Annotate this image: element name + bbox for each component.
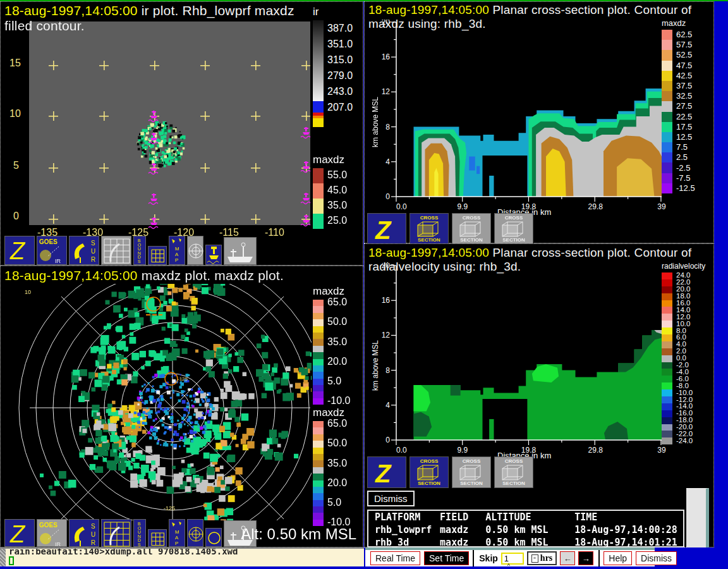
xterm-scrollbar[interactable] (0, 549, 6, 566)
dismiss-button[interactable]: Dismiss (367, 491, 415, 506)
colorbar-label: 17.5 (676, 122, 692, 132)
svg-text:IR: IR (55, 541, 61, 548)
status-header-row: PLATFORMFIELDALTITUDETIME (368, 511, 683, 523)
colorbar-swatch (662, 152, 672, 162)
colorbar-swatch (662, 369, 672, 376)
colorbar-swatch (313, 398, 324, 405)
scrollbar[interactable] (686, 488, 709, 548)
step-forward-button[interactable]: → (578, 551, 593, 565)
toolbar-button-map[interactable]: MAP (169, 519, 185, 547)
xterm-window[interactable]: rain:beaufait:140>xdump.all 970818.1405.… (0, 548, 364, 566)
colorbar-swatch (313, 474, 324, 480)
toolbar-button-zebra-logo[interactable]: Z (4, 519, 35, 547)
set-time-button[interactable]: Set Time (424, 551, 469, 565)
status-cell: 0.50 km MSL (485, 536, 574, 549)
colorbar-label: 12.5 (676, 132, 692, 142)
cross-section-plot[interactable]: 2016128400.09.919.829.839 (377, 263, 677, 456)
toolbar-button-goes-ir[interactable]: GOESIR (37, 236, 67, 265)
cross-section-button[interactable]: CROSSSECTION (452, 213, 491, 245)
x-tick: 0.0 (396, 446, 407, 455)
skip-value-input[interactable]: 1^ (501, 553, 524, 565)
svg-text:Z: Z (375, 460, 392, 486)
maxdz-colorbar: maxdz55.045.035.025.0 (313, 154, 363, 229)
contour-fill (414, 89, 662, 197)
toolbar-button-radar-grid[interactable] (101, 236, 131, 265)
buoy-marker (148, 111, 159, 123)
toolbar-button-bounds[interactable]: BOUNDS (133, 519, 146, 547)
colorbar-swatch (313, 183, 324, 199)
hrs-unit-selector[interactable]: ≡hrs (527, 551, 557, 565)
platform-status-table: PLATFORMFIELDALTITUDETIMErhb_lowprfmaxdz… (367, 510, 684, 548)
colorbar-label: 351.0 (327, 39, 353, 50)
y-tick: 0 (385, 436, 390, 444)
help-button[interactable]: Help (604, 551, 632, 565)
toolbar-button-bounds[interactable]: BOUNDS (133, 236, 146, 265)
cube-icon (458, 464, 485, 480)
y-tick: 16 (382, 296, 391, 305)
ir-map-plot[interactable] (29, 21, 310, 225)
colorbar-swatch (313, 300, 324, 306)
toolbar-button-grid[interactable] (148, 529, 167, 547)
toolbar-button-map[interactable]: MAP (169, 236, 185, 265)
colorbar-swatch (662, 112, 672, 122)
cross-section-button[interactable]: CROSSSECTION (494, 213, 533, 245)
y-tick: 8 (385, 366, 390, 375)
y-tick: 12 (382, 331, 391, 340)
toolbar-button-range-ring[interactable] (205, 528, 222, 547)
svg-text:S: S (138, 259, 141, 264)
buoy-marker (148, 163, 159, 176)
toolbar-button-surveillance-radar[interactable]: SUR (69, 519, 99, 547)
ir-plot-title: 18-aug-1997,14:05:00 ir plot. Rhb_lowprf… (4, 3, 294, 18)
ppi-radar-plot[interactable] (1, 284, 312, 520)
zebra-logo-button[interactable]: Z (367, 213, 406, 245)
toolbar-button-polar-grid[interactable] (187, 236, 203, 265)
y-tick: 4 (385, 157, 390, 166)
cross-section-button-active[interactable]: CROSSSECTION (410, 213, 449, 245)
ppi-title: 18-aug-1997,14:05:00 maxdz plot. maxdz p… (4, 268, 284, 283)
colorbar-label: 65.0 (327, 297, 347, 308)
real-time-button[interactable]: Real Time (370, 551, 420, 565)
step-back-button[interactable]: ← (560, 551, 575, 565)
colorbar-swatch (662, 389, 672, 396)
cross-section-button-active[interactable]: CROSSSECTION (410, 456, 449, 488)
cross-label: CROSS (505, 215, 523, 221)
toolbar-button-ship[interactable] (224, 237, 257, 265)
svg-text:U: U (91, 248, 95, 255)
maxdz-colorbar: maxdz62.557.552.547.542.537.532.527.522.… (662, 18, 713, 193)
cross-section-button[interactable]: CROSSSECTION (494, 456, 533, 488)
svg-text:IR: IR (55, 258, 61, 264)
toolbar-button-surveillance-radar[interactable]: SUR (69, 236, 99, 265)
skip-group: Skip 1^ ≡hrs ← → (473, 550, 600, 566)
toolbar-button-goes-ir[interactable]: GOESIR (37, 519, 67, 547)
cross-section-plot[interactable]: 2016128400.09.919.829.839 (377, 20, 677, 213)
cube-icon (500, 464, 528, 480)
status-header: PLATFORM (368, 511, 440, 523)
dismiss-button[interactable]: Dismiss (636, 551, 677, 565)
colorbar-swatch (313, 487, 324, 493)
colorbar-label: 62.5 (676, 30, 692, 39)
toolbar-button-grid[interactable] (148, 246, 167, 265)
colorbar-swatch (662, 81, 672, 91)
section-label: SECTION (502, 480, 525, 486)
colorbar-swatch (313, 333, 324, 339)
colorbar-title: maxdz (313, 154, 363, 166)
toolbar-button-polar-grid[interactable] (187, 519, 203, 547)
y-tick: 15 (9, 58, 21, 69)
range-ring-icon (206, 529, 222, 548)
radialvelocity-colorbar: radialvelocity24.022.020.018.016.014.012… (662, 262, 713, 444)
cross-section-button[interactable]: CROSSSECTION (452, 456, 491, 488)
y-tick: 10 (9, 108, 21, 119)
svg-text:S: S (91, 523, 95, 530)
colorbar-label: 55.0 (327, 169, 347, 181)
colorbar-title: maxdz (313, 407, 363, 419)
toolbar-button-zebra-logo[interactable]: Z (4, 236, 35, 265)
colorbar-label: 37.5 (676, 81, 692, 90)
colorbar-swatches: 65.050.035.020.05.0-10.0 (313, 421, 363, 526)
cross-label: CROSS (420, 458, 438, 464)
toolbar-button-radar-grid[interactable] (101, 519, 131, 547)
colorbar-swatch (662, 376, 672, 382)
colorbar-label: 35.0 (327, 458, 347, 469)
cross-label: CROSS (463, 215, 480, 221)
zebra-logo-button[interactable]: Z (367, 456, 406, 488)
toolbar-button-buoy[interactable] (205, 245, 222, 265)
